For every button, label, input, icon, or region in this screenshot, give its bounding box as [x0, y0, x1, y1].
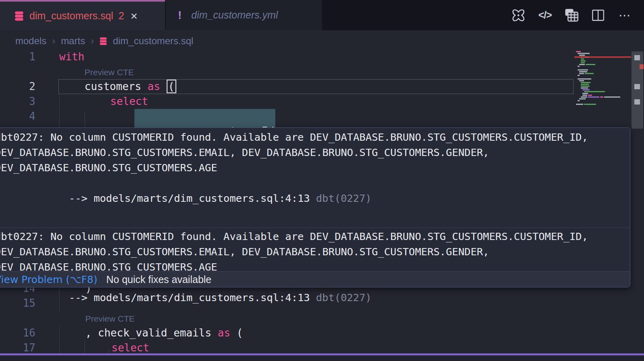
codelens-preview-cte[interactable]: Preview CTE: [85, 68, 134, 77]
line-number: 1: [0, 49, 35, 64]
indent-guide: [85, 111, 85, 127]
desktop-strip: [0, 355, 644, 361]
error-message-block-1: dbt0227: No column CUSTOMERID found. Ava…: [0, 128, 630, 221]
no-quick-fixes-label: No quick fixes available: [106, 274, 211, 285]
editor-actions: </> ⋯: [510, 0, 633, 30]
compiled-code-icon[interactable]: </>: [537, 7, 553, 23]
chevron-right-icon: ›: [52, 35, 55, 47]
tab-editor-count-badge: 2: [118, 10, 124, 22]
code-line-4[interactable]: 4 customerId: [0, 109, 644, 124]
ruler-marker: [634, 84, 640, 89]
ruler-error-marker: [640, 64, 644, 69]
keyword-as: as: [218, 327, 230, 339]
code-lines-top: 1 with Preview CTE 2 customers as( 3 sel…: [0, 49, 644, 124]
indent-guide: [59, 94, 60, 127]
error-location-link[interactable]: --> models/marts/dim_customers.sql:4:13: [57, 291, 310, 304]
breadcrumb: models › marts › dim_customers.sql: [15, 34, 193, 48]
error-source: dbt(0227): [316, 192, 372, 204]
editor-pane: models › marts › dim_customers.sql 1 wit…: [0, 30, 644, 353]
line-number: 17: [0, 340, 35, 353]
codelens-row: Preview CTE: [0, 64, 644, 79]
keyword-select: select: [110, 95, 148, 107]
error-source: dbt(0227): [316, 291, 372, 304]
hover-status-bar: View Problem (⌥F8) No quick fixes availa…: [0, 271, 630, 287]
query-results-icon[interactable]: [564, 7, 580, 23]
error-location-link[interactable]: --> models/marts/dim_customers.sql:4:13: [57, 192, 310, 204]
tab-dim-customers-yml[interactable]: ! dim_customers.yml: [166, 0, 322, 30]
ruler-marker: [634, 99, 640, 105]
tab-dim-customers-sql[interactable]: dim_customers.sql 2 ×: [0, 0, 165, 30]
more-actions-icon[interactable]: ⋯: [617, 7, 633, 23]
view-problem-link[interactable]: View Problem (⌥F8): [0, 274, 97, 285]
error-hover-tooltip: dbt0227: No column CUSTOMERID found. Ava…: [0, 127, 630, 287]
scrollbar-slider[interactable]: [632, 51, 643, 129]
line-number: 3: [0, 94, 35, 109]
code-line-1[interactable]: 1 with: [0, 49, 644, 64]
ruler-marker: [634, 55, 640, 60]
keyword-select: select: [111, 342, 149, 353]
minimap[interactable]: [574, 51, 631, 106]
line-number: 16: [0, 326, 35, 340]
dbt-power-user-icon[interactable]: [510, 7, 526, 23]
split-editor-icon[interactable]: [590, 7, 606, 23]
cte-name: , check_valid_emails: [85, 327, 218, 339]
current-line-highlight: [58, 79, 574, 94]
code-line-17[interactable]: 17 select: [0, 340, 644, 353]
tab-bar: dim_customers.sql 2 × ! dim_customers.ym…: [0, 0, 644, 30]
breadcrumb-models[interactable]: models: [15, 35, 46, 47]
keyword-with: with: [59, 51, 85, 63]
tab-label: dim_customers.sql: [29, 10, 113, 22]
breadcrumb-file[interactable]: dim_customers.sql: [113, 35, 193, 47]
chevron-right-icon: ›: [91, 35, 94, 47]
vscode-window: dim_customers.sql 2 × ! dim_customers.ym…: [0, 0, 644, 361]
code-line-16[interactable]: 16 , check_valid_emails as (: [0, 326, 644, 340]
code-line-2[interactable]: 2 customers as(: [0, 79, 644, 94]
close-icon[interactable]: ×: [130, 10, 138, 22]
database-icon: [99, 37, 107, 45]
code-line-3[interactable]: 3 select: [0, 94, 644, 109]
database-icon: [14, 11, 24, 21]
warning-exclamation-icon: !: [178, 9, 182, 22]
line-number: 4: [0, 109, 35, 124]
tab-label: dim_customers.yml: [191, 9, 278, 21]
breadcrumb-marts[interactable]: marts: [61, 35, 85, 47]
line-number-active: 2: [0, 79, 35, 94]
